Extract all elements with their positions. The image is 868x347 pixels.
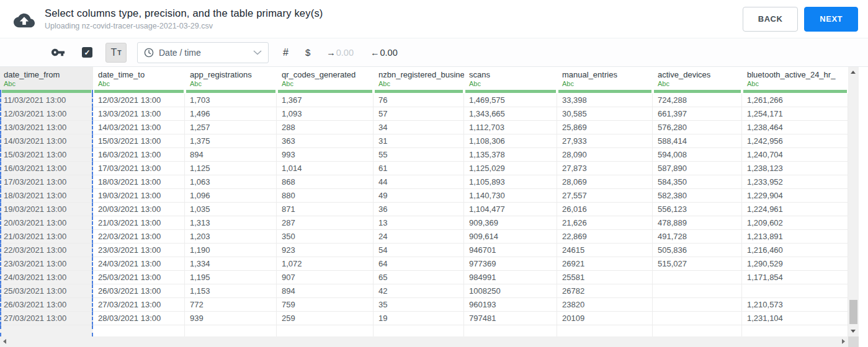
table-cell[interactable]: 363 <box>277 134 374 148</box>
table-cell[interactable]: 909,614 <box>464 230 557 244</box>
table-cell[interactable]: 44 <box>374 175 464 189</box>
table-cell[interactable]: 576,280 <box>653 121 742 134</box>
table-cell[interactable]: 1,261,266 <box>742 94 848 107</box>
table-cell[interactable]: 1,171,854 <box>742 271 848 284</box>
table-cell[interactable]: 22/03/2021 13:00 <box>0 244 93 257</box>
currency-type-button[interactable]: $ <box>305 47 310 58</box>
table-cell[interactable]: 26782 <box>557 284 653 298</box>
scroll-down-arrow-icon[interactable] <box>851 330 856 333</box>
table-cell[interactable]: 1,153 <box>185 284 277 298</box>
table-cell[interactable]: 287 <box>277 216 374 230</box>
table-cell[interactable]: 993 <box>277 148 374 162</box>
column-header-manual_entries[interactable]: manual_entriesAbc <box>557 67 653 90</box>
table-cell[interactable]: 594,008 <box>653 148 742 162</box>
table-cell[interactable]: 1,105,893 <box>464 175 557 189</box>
table-cell[interactable]: 515,027 <box>653 257 742 271</box>
table-cell[interactable]: 259 <box>277 312 374 325</box>
table-cell[interactable]: 16/03/2021 13:00 <box>93 148 185 162</box>
table-cell[interactable]: 23/03/2021 13:00 <box>93 244 185 257</box>
table-cell[interactable]: 13/03/2021 13:00 <box>0 121 93 134</box>
table-cell[interactable]: 894 <box>185 148 277 162</box>
number-type-button[interactable]: # <box>283 47 289 58</box>
decimal-increase-button[interactable]: → 0.00 <box>326 48 354 58</box>
table-cell[interactable]: 880 <box>277 189 374 203</box>
table-cell[interactable]: 1,238,464 <box>742 121 848 134</box>
table-cell[interactable]: 1,290,529 <box>742 257 848 271</box>
table-cell[interactable]: 350 <box>277 230 374 244</box>
table-cell[interactable]: 19 <box>374 312 464 325</box>
next-button[interactable]: NEXT <box>804 7 858 32</box>
column-header-scans[interactable]: scansAbc <box>464 67 557 90</box>
table-cell[interactable]: 1,104,477 <box>464 203 557 216</box>
table-cell[interactable]: 28/03/2021 13:00 <box>93 312 185 325</box>
table-cell[interactable]: 30,585 <box>557 107 653 121</box>
table-cell[interactable]: 868 <box>277 175 374 189</box>
table-cell[interactable]: 22/03/2021 13:00 <box>93 230 185 244</box>
table-cell[interactable]: 1,112,703 <box>464 121 557 134</box>
table-cell[interactable]: 21/03/2021 13:00 <box>93 216 185 230</box>
table-cell[interactable]: 1,210,573 <box>742 298 848 312</box>
column-header-active_devices[interactable]: active_devicesAbc <box>653 67 742 90</box>
table-cell[interactable]: 12/03/2021 13:00 <box>0 107 93 121</box>
table-cell[interactable]: 27,933 <box>557 134 653 148</box>
table-cell[interactable]: 984991 <box>464 271 557 284</box>
column-header-app_registrations[interactable]: app_registrationsAbc <box>185 67 277 90</box>
table-cell[interactable]: 1,313 <box>185 216 277 230</box>
table-cell[interactable]: 28,090 <box>557 148 653 162</box>
table-cell[interactable]: 49 <box>374 189 464 203</box>
table-cell[interactable]: 661,397 <box>653 107 742 121</box>
table-cell[interactable]: 1,014 <box>277 162 374 175</box>
table-cell[interactable]: 505,836 <box>653 244 742 257</box>
table-cell[interactable]: 288 <box>277 121 374 134</box>
table-cell[interactable]: 1,233,952 <box>742 175 848 189</box>
table-cell[interactable]: 894 <box>277 284 374 298</box>
table-cell[interactable]: 1,216,460 <box>742 244 848 257</box>
table-cell[interactable]: 1,093 <box>277 107 374 121</box>
table-cell[interactable]: 18/03/2021 13:00 <box>0 189 93 203</box>
table-cell[interactable]: 1,195 <box>185 271 277 284</box>
table-cell[interactable]: 12/03/2021 13:00 <box>93 94 185 107</box>
table-cell[interactable] <box>653 298 742 312</box>
table-cell[interactable]: 939 <box>185 312 277 325</box>
table-cell[interactable]: 871 <box>277 203 374 216</box>
table-cell[interactable]: 1,240,704 <box>742 148 848 162</box>
table-cell[interactable]: 54 <box>374 244 464 257</box>
table-cell[interactable]: 13 <box>374 216 464 230</box>
table-cell[interactable]: 20/03/2021 13:00 <box>93 203 185 216</box>
table-cell[interactable]: 18/03/2021 13:00 <box>93 175 185 189</box>
table-cell[interactable]: 1,125,029 <box>464 162 557 175</box>
table-cell[interactable]: 27,873 <box>557 162 653 175</box>
table-cell[interactable]: 582,380 <box>653 189 742 203</box>
scroll-right-arrow-icon[interactable] <box>842 339 845 344</box>
table-cell[interactable]: 55 <box>374 148 464 162</box>
scroll-left-arrow-icon[interactable] <box>3 339 6 344</box>
table-cell[interactable]: 31 <box>374 134 464 148</box>
table-cell[interactable] <box>653 271 742 284</box>
table-cell[interactable]: 1,203 <box>185 230 277 244</box>
table-cell[interactable]: 17/03/2021 13:00 <box>0 175 93 189</box>
table-cell[interactable]: 1,063 <box>185 175 277 189</box>
table-cell[interactable]: 772 <box>185 298 277 312</box>
table-cell[interactable]: 923 <box>277 244 374 257</box>
table-cell[interactable]: 27/03/2021 13:00 <box>0 312 93 325</box>
column-header-date_time_from[interactable]: date_time_fromAbc <box>0 67 93 90</box>
table-cell[interactable]: 946701 <box>464 244 557 257</box>
table-cell[interactable]: 1,496 <box>185 107 277 121</box>
table-cell[interactable]: 23/03/2021 13:00 <box>0 257 93 271</box>
table-cell[interactable]: 907 <box>277 271 374 284</box>
table-cell[interactable]: 21/03/2021 13:00 <box>0 230 93 244</box>
table-cell[interactable]: 759 <box>277 298 374 312</box>
table-cell[interactable]: 36 <box>374 203 464 216</box>
table-cell[interactable]: 588,414 <box>653 134 742 148</box>
table-cell[interactable]: 26/03/2021 13:00 <box>93 284 185 298</box>
table-cell[interactable]: 25,869 <box>557 121 653 134</box>
table-cell[interactable]: 1,254,171 <box>742 107 848 121</box>
table-cell[interactable]: 25/03/2021 13:00 <box>0 284 93 298</box>
table-cell[interactable]: 27/03/2021 13:00 <box>93 298 185 312</box>
table-cell[interactable]: 1,072 <box>277 257 374 271</box>
table-cell[interactable]: 33,398 <box>557 94 653 107</box>
table-cell[interactable]: 61 <box>374 162 464 175</box>
table-cell[interactable]: 24/03/2021 13:00 <box>93 257 185 271</box>
scroll-up-arrow-icon[interactable] <box>851 71 856 74</box>
table-cell[interactable]: 1,469,575 <box>464 94 557 107</box>
